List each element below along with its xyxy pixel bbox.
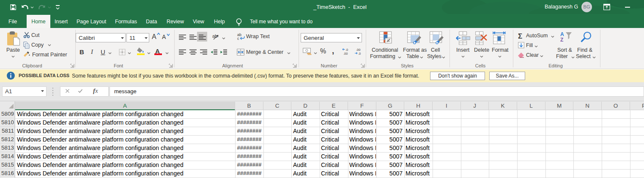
svg-text:Z: Z (560, 37, 563, 42)
svg-text:c: c (237, 36, 239, 40)
svg-text:.0: .0 (358, 52, 361, 55)
svg-text:ab: ab (212, 33, 217, 39)
svg-text:A: A (560, 31, 564, 37)
svg-text:.0: .0 (345, 48, 348, 52)
svg-text:.00: .00 (343, 52, 348, 55)
svg-text:.00: .00 (356, 48, 360, 52)
